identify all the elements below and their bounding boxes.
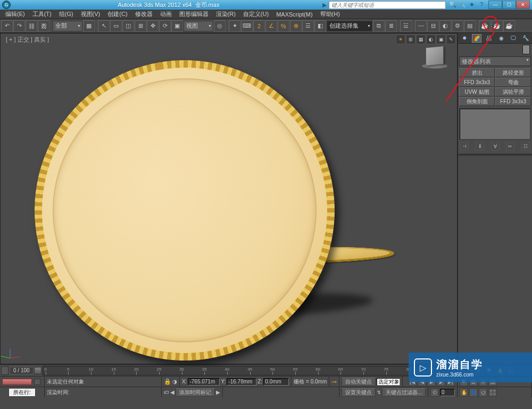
viewport[interactable]: [ + ] 正交 ] 真实 ] ☀ ⊞ ▦ ◐ ▣ ✎ bbox=[0, 33, 458, 364]
motion-tab-icon[interactable]: ◉ bbox=[496, 34, 506, 43]
make-unique-icon[interactable]: ∀ bbox=[491, 142, 500, 151]
select-region-button[interactable]: ◫ bbox=[122, 20, 134, 32]
set-key-button[interactable]: 设置关键点 bbox=[342, 388, 376, 397]
curve-editor-button[interactable]: 〰 bbox=[415, 20, 427, 32]
menu-edit[interactable]: 编辑(E) bbox=[2, 9, 28, 19]
left-arrow-icon[interactable]: ◀ bbox=[170, 389, 174, 395]
edged-faces-icon[interactable]: ▦ bbox=[416, 35, 426, 44]
mod-bend[interactable]: 弯曲 bbox=[495, 78, 531, 87]
scale-button[interactable]: ▣ bbox=[171, 20, 183, 32]
viewport-label[interactable]: [ + ] 正交 ] 真实 ] bbox=[6, 36, 49, 44]
view-cube[interactable] bbox=[422, 44, 447, 70]
select-manipulate-button[interactable]: ✦ bbox=[229, 20, 240, 32]
snap-2d-button[interactable]: 2 bbox=[253, 20, 265, 32]
named-sel-set-button[interactable]: ◧ bbox=[314, 20, 326, 32]
mirror-button[interactable]: ⧉ bbox=[373, 20, 385, 32]
xview-icon[interactable]: ✎ bbox=[446, 35, 456, 44]
nav-pan-icon[interactable]: ✋ bbox=[460, 388, 468, 397]
current-line-button[interactable]: 所在行: bbox=[9, 388, 36, 397]
utilities-tab-icon[interactable]: 🔧 bbox=[521, 34, 530, 43]
menu-graph[interactable]: 图形编辑器 bbox=[176, 9, 212, 19]
key-filter-button[interactable]: 关键点过滤器... bbox=[382, 388, 426, 397]
remove-modifier-icon[interactable]: ✂ bbox=[506, 142, 514, 151]
redo-button[interactable]: ↷ bbox=[13, 20, 25, 32]
menu-tools[interactable]: 工具(T) bbox=[29, 9, 55, 19]
z-coord-input[interactable] bbox=[263, 378, 289, 386]
help-icon[interactable]: ? bbox=[478, 1, 485, 9]
wireframe-icon[interactable]: ⊞ bbox=[406, 35, 415, 44]
y-coord-input[interactable] bbox=[227, 378, 256, 386]
rotate-button[interactable]: ⟳ bbox=[159, 20, 171, 32]
mod-bevel-profile[interactable]: 倒角剖面 bbox=[459, 97, 495, 106]
rendered-frame-button[interactable]: ▤ bbox=[464, 20, 476, 32]
pin-stack-icon[interactable]: ⊣ bbox=[460, 142, 469, 151]
menu-modifiers[interactable]: 修改器 bbox=[132, 9, 156, 19]
modifier-list-dropdown[interactable]: 修改器列表 bbox=[459, 56, 531, 66]
mod-path-deform[interactable]: 路径变形 bbox=[495, 68, 531, 77]
modify-tab-icon[interactable]: 🌈 bbox=[472, 34, 481, 43]
menu-create[interactable]: 创建(C) bbox=[104, 9, 130, 19]
selected-obj-input[interactable] bbox=[377, 378, 400, 386]
edit-named-sel-button[interactable]: ☰ bbox=[302, 20, 314, 32]
select-all-button[interactable]: ▦ bbox=[83, 20, 95, 32]
nav-orbit-icon[interactable]: ⭯ bbox=[479, 388, 487, 397]
mod-turbo[interactable]: 涡轮平滑 bbox=[495, 87, 531, 96]
ref-coord-dropdown[interactable]: 视图 bbox=[184, 21, 213, 31]
keyboard-shortcut-button[interactable]: ⌨ bbox=[241, 20, 253, 32]
time-config-icon[interactable]: ⏲ bbox=[430, 388, 439, 397]
menu-maxscript[interactable]: MAXScript(M) bbox=[273, 10, 315, 19]
menu-customize[interactable]: 自定义(U) bbox=[240, 9, 272, 19]
select-name-button[interactable]: ▭ bbox=[110, 20, 122, 32]
align-button[interactable]: ≣ bbox=[385, 20, 397, 32]
create-tab-icon[interactable]: ✹ bbox=[460, 34, 469, 43]
close-button[interactable]: ✕ bbox=[516, 1, 530, 9]
add-time-tag-button[interactable]: 添加时间标记 bbox=[176, 388, 215, 397]
minimize-button[interactable]: — bbox=[488, 1, 502, 9]
right-arrow-icon[interactable]: ▶ bbox=[216, 389, 220, 395]
tag-icon[interactable]: 🏷 bbox=[164, 389, 169, 395]
menu-help[interactable]: 帮助(H) bbox=[317, 9, 343, 19]
snap-percent-button[interactable]: % bbox=[278, 20, 289, 32]
realistic-icon[interactable]: ▣ bbox=[436, 35, 446, 44]
track-bar[interactable] bbox=[2, 379, 32, 385]
render-button[interactable]: ☕ bbox=[503, 20, 515, 32]
layers-button[interactable]: ☱ bbox=[400, 20, 412, 32]
material-editor-button[interactable]: ◐ bbox=[439, 20, 451, 32]
link-button[interactable]: ⛓ bbox=[26, 20, 37, 32]
lock-icon[interactable]: 🔒 bbox=[164, 378, 171, 385]
current-frame-input[interactable] bbox=[440, 389, 455, 396]
x-coord-input[interactable] bbox=[188, 378, 220, 386]
menu-render[interactable]: 渲染(R) bbox=[213, 9, 239, 19]
undo-button[interactable]: ↶ bbox=[1, 20, 13, 32]
unlink-button[interactable]: ⛓̸ bbox=[38, 20, 49, 32]
display-tab-icon[interactable]: 🖵 bbox=[509, 34, 518, 43]
render-setup-button[interactable]: ⚙ bbox=[452, 20, 463, 32]
app-logo-icon[interactable]: G bbox=[2, 1, 11, 9]
timeline-toggle-icon[interactable] bbox=[1, 366, 9, 375]
nav-max-icon[interactable]: ⛶ bbox=[488, 388, 497, 397]
show-end-result-icon[interactable]: Ⅱ bbox=[476, 142, 484, 151]
light-icon[interactable]: ☀ bbox=[396, 35, 405, 44]
menu-group[interactable]: 组(G) bbox=[56, 9, 77, 19]
window-crossing-button[interactable]: ⊞ bbox=[135, 20, 146, 32]
configure-sets-icon[interactable]: ☷ bbox=[521, 142, 530, 151]
mini-button[interactable] bbox=[34, 379, 40, 385]
modifier-stack[interactable] bbox=[460, 109, 530, 140]
select-object-button[interactable]: ↖ bbox=[98, 20, 110, 32]
named-selection-dropdown[interactable]: 创建选择集 bbox=[327, 21, 372, 31]
nav-walk-icon[interactable]: 👣 bbox=[469, 388, 478, 397]
key-mode-icon[interactable]: ↯ bbox=[377, 389, 381, 395]
object-color-swatch[interactable] bbox=[522, 45, 530, 54]
mod-uvw[interactable]: UVW 贴图 bbox=[459, 87, 495, 96]
isolate-icon[interactable]: ◑ bbox=[172, 379, 177, 385]
wrench-icon[interactable]: 🔧 bbox=[459, 1, 466, 9]
spinner-snap-button[interactable]: ⊕ bbox=[290, 20, 302, 32]
menu-view[interactable]: 视图(V) bbox=[78, 9, 104, 19]
star-icon[interactable]: ★ bbox=[468, 1, 476, 9]
shaded-icon[interactable]: ◐ bbox=[426, 35, 436, 44]
maximize-button[interactable]: ☐ bbox=[502, 1, 516, 9]
selection-filter-dropdown[interactable]: 全部 bbox=[53, 21, 82, 31]
time-ruler[interactable]: 051015202530354045505560657075808590 bbox=[43, 366, 456, 375]
schematic-view-button[interactable]: ⊟ bbox=[427, 20, 439, 32]
help-search-input[interactable] bbox=[329, 1, 446, 9]
